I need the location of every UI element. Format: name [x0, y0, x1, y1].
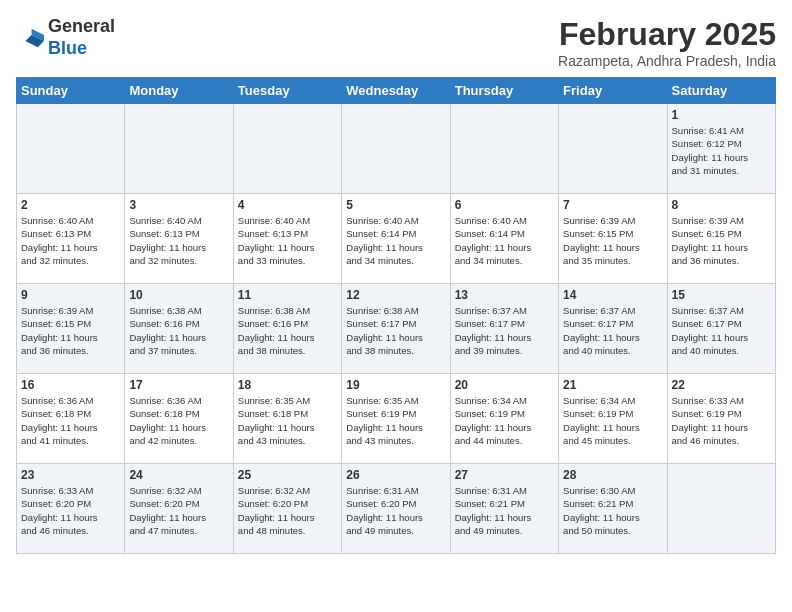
day-info: Sunrise: 6:37 AM Sunset: 6:17 PM Dayligh… [455, 304, 554, 357]
logo-general: General [48, 16, 115, 36]
calendar-cell: 13Sunrise: 6:37 AM Sunset: 6:17 PM Dayli… [450, 284, 558, 374]
calendar-cell: 21Sunrise: 6:34 AM Sunset: 6:19 PM Dayli… [559, 374, 667, 464]
day-info: Sunrise: 6:41 AM Sunset: 6:12 PM Dayligh… [672, 124, 771, 177]
calendar-cell: 7Sunrise: 6:39 AM Sunset: 6:15 PM Daylig… [559, 194, 667, 284]
calendar-table: SundayMondayTuesdayWednesdayThursdayFrid… [16, 77, 776, 554]
week-row-4: 16Sunrise: 6:36 AM Sunset: 6:18 PM Dayli… [17, 374, 776, 464]
day-number: 19 [346, 378, 445, 392]
day-number: 27 [455, 468, 554, 482]
day-number: 25 [238, 468, 337, 482]
day-number: 2 [21, 198, 120, 212]
week-row-5: 23Sunrise: 6:33 AM Sunset: 6:20 PM Dayli… [17, 464, 776, 554]
calendar-cell: 9Sunrise: 6:39 AM Sunset: 6:15 PM Daylig… [17, 284, 125, 374]
day-info: Sunrise: 6:37 AM Sunset: 6:17 PM Dayligh… [563, 304, 662, 357]
calendar-cell: 26Sunrise: 6:31 AM Sunset: 6:20 PM Dayli… [342, 464, 450, 554]
day-number: 16 [21, 378, 120, 392]
day-info: Sunrise: 6:35 AM Sunset: 6:18 PM Dayligh… [238, 394, 337, 447]
calendar-cell: 8Sunrise: 6:39 AM Sunset: 6:15 PM Daylig… [667, 194, 775, 284]
logo-text: General Blue [48, 16, 115, 59]
day-number: 17 [129, 378, 228, 392]
calendar-cell: 20Sunrise: 6:34 AM Sunset: 6:19 PM Dayli… [450, 374, 558, 464]
day-number: 9 [21, 288, 120, 302]
day-info: Sunrise: 6:36 AM Sunset: 6:18 PM Dayligh… [21, 394, 120, 447]
day-number: 22 [672, 378, 771, 392]
col-header-sunday: Sunday [17, 78, 125, 104]
calendar-cell: 15Sunrise: 6:37 AM Sunset: 6:17 PM Dayli… [667, 284, 775, 374]
day-info: Sunrise: 6:33 AM Sunset: 6:19 PM Dayligh… [672, 394, 771, 447]
day-number: 15 [672, 288, 771, 302]
day-info: Sunrise: 6:40 AM Sunset: 6:13 PM Dayligh… [129, 214, 228, 267]
page-header: General Blue February 2025 Razampeta, An… [16, 16, 776, 69]
calendar-cell: 28Sunrise: 6:30 AM Sunset: 6:21 PM Dayli… [559, 464, 667, 554]
col-header-thursday: Thursday [450, 78, 558, 104]
calendar-cell [667, 464, 775, 554]
day-info: Sunrise: 6:33 AM Sunset: 6:20 PM Dayligh… [21, 484, 120, 537]
logo-icon [16, 24, 44, 52]
day-number: 7 [563, 198, 662, 212]
month-title: February 2025 [558, 16, 776, 53]
calendar-cell: 12Sunrise: 6:38 AM Sunset: 6:17 PM Dayli… [342, 284, 450, 374]
calendar-cell: 25Sunrise: 6:32 AM Sunset: 6:20 PM Dayli… [233, 464, 341, 554]
title-area: February 2025 Razampeta, Andhra Pradesh,… [558, 16, 776, 69]
day-number: 21 [563, 378, 662, 392]
calendar-cell: 27Sunrise: 6:31 AM Sunset: 6:21 PM Dayli… [450, 464, 558, 554]
day-info: Sunrise: 6:40 AM Sunset: 6:13 PM Dayligh… [238, 214, 337, 267]
calendar-cell: 23Sunrise: 6:33 AM Sunset: 6:20 PM Dayli… [17, 464, 125, 554]
day-info: Sunrise: 6:31 AM Sunset: 6:20 PM Dayligh… [346, 484, 445, 537]
day-info: Sunrise: 6:39 AM Sunset: 6:15 PM Dayligh… [672, 214, 771, 267]
day-info: Sunrise: 6:39 AM Sunset: 6:15 PM Dayligh… [563, 214, 662, 267]
week-row-3: 9Sunrise: 6:39 AM Sunset: 6:15 PM Daylig… [17, 284, 776, 374]
calendar-cell [559, 104, 667, 194]
day-number: 10 [129, 288, 228, 302]
col-header-tuesday: Tuesday [233, 78, 341, 104]
day-info: Sunrise: 6:34 AM Sunset: 6:19 PM Dayligh… [563, 394, 662, 447]
day-info: Sunrise: 6:40 AM Sunset: 6:14 PM Dayligh… [346, 214, 445, 267]
calendar-cell: 18Sunrise: 6:35 AM Sunset: 6:18 PM Dayli… [233, 374, 341, 464]
calendar-cell [125, 104, 233, 194]
day-number: 26 [346, 468, 445, 482]
calendar-cell: 3Sunrise: 6:40 AM Sunset: 6:13 PM Daylig… [125, 194, 233, 284]
col-header-wednesday: Wednesday [342, 78, 450, 104]
calendar-cell [342, 104, 450, 194]
logo: General Blue [16, 16, 115, 59]
calendar-cell: 19Sunrise: 6:35 AM Sunset: 6:19 PM Dayli… [342, 374, 450, 464]
day-info: Sunrise: 6:37 AM Sunset: 6:17 PM Dayligh… [672, 304, 771, 357]
week-row-1: 1Sunrise: 6:41 AM Sunset: 6:12 PM Daylig… [17, 104, 776, 194]
day-number: 14 [563, 288, 662, 302]
calendar-cell: 5Sunrise: 6:40 AM Sunset: 6:14 PM Daylig… [342, 194, 450, 284]
day-number: 18 [238, 378, 337, 392]
day-info: Sunrise: 6:38 AM Sunset: 6:16 PM Dayligh… [129, 304, 228, 357]
day-info: Sunrise: 6:36 AM Sunset: 6:18 PM Dayligh… [129, 394, 228, 447]
calendar-cell [17, 104, 125, 194]
col-header-friday: Friday [559, 78, 667, 104]
calendar-cell: 14Sunrise: 6:37 AM Sunset: 6:17 PM Dayli… [559, 284, 667, 374]
day-info: Sunrise: 6:39 AM Sunset: 6:15 PM Dayligh… [21, 304, 120, 357]
calendar-cell: 16Sunrise: 6:36 AM Sunset: 6:18 PM Dayli… [17, 374, 125, 464]
header-row: SundayMondayTuesdayWednesdayThursdayFrid… [17, 78, 776, 104]
calendar-cell [233, 104, 341, 194]
location: Razampeta, Andhra Pradesh, India [558, 53, 776, 69]
day-info: Sunrise: 6:40 AM Sunset: 6:14 PM Dayligh… [455, 214, 554, 267]
day-number: 28 [563, 468, 662, 482]
day-info: Sunrise: 6:31 AM Sunset: 6:21 PM Dayligh… [455, 484, 554, 537]
day-info: Sunrise: 6:38 AM Sunset: 6:17 PM Dayligh… [346, 304, 445, 357]
day-number: 12 [346, 288, 445, 302]
day-info: Sunrise: 6:38 AM Sunset: 6:16 PM Dayligh… [238, 304, 337, 357]
day-number: 23 [21, 468, 120, 482]
day-number: 24 [129, 468, 228, 482]
day-number: 5 [346, 198, 445, 212]
day-number: 6 [455, 198, 554, 212]
calendar-cell: 11Sunrise: 6:38 AM Sunset: 6:16 PM Dayli… [233, 284, 341, 374]
col-header-monday: Monday [125, 78, 233, 104]
calendar-cell: 2Sunrise: 6:40 AM Sunset: 6:13 PM Daylig… [17, 194, 125, 284]
logo-blue: Blue [48, 38, 87, 58]
day-number: 20 [455, 378, 554, 392]
calendar-cell: 6Sunrise: 6:40 AM Sunset: 6:14 PM Daylig… [450, 194, 558, 284]
day-info: Sunrise: 6:30 AM Sunset: 6:21 PM Dayligh… [563, 484, 662, 537]
day-info: Sunrise: 6:35 AM Sunset: 6:19 PM Dayligh… [346, 394, 445, 447]
week-row-2: 2Sunrise: 6:40 AM Sunset: 6:13 PM Daylig… [17, 194, 776, 284]
day-number: 3 [129, 198, 228, 212]
day-number: 4 [238, 198, 337, 212]
calendar-cell: 22Sunrise: 6:33 AM Sunset: 6:19 PM Dayli… [667, 374, 775, 464]
day-info: Sunrise: 6:32 AM Sunset: 6:20 PM Dayligh… [238, 484, 337, 537]
